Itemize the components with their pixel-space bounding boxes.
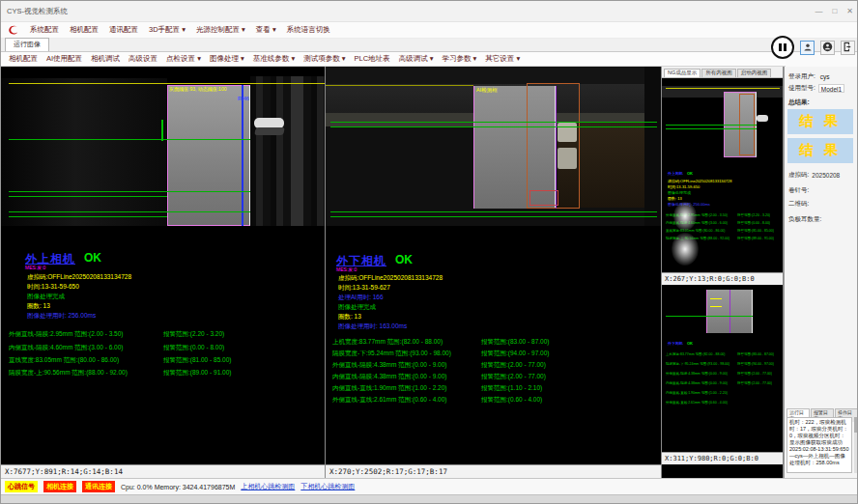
run-control-block xyxy=(771,36,855,59)
purple-edge-line xyxy=(556,86,557,209)
tab-blob-shadow xyxy=(254,127,285,135)
total-result-label: 总结果: xyxy=(788,98,810,107)
menu-view[interactable]: 查看 ▾ xyxy=(256,25,276,35)
tab-run-image[interactable]: 运行图像 xyxy=(5,38,49,51)
tab-start-inner-view[interactable]: 启动内视图 xyxy=(737,69,772,77)
tool-advanced-settings[interactable]: 高级设置 xyxy=(129,54,157,64)
pause-button[interactable] xyxy=(771,36,794,59)
edge-mark-green xyxy=(161,120,163,141)
center-result-text: 外下相机 OK MES:发:0 虚拟码:OFFLine2025020813313… xyxy=(326,226,661,464)
right-column-filler xyxy=(662,464,783,478)
measure-line-3 xyxy=(330,211,657,212)
exit-door-icon xyxy=(843,39,853,56)
mini-meas-5: 内侧直线-直线:1.90mm 范围:(1.00 - 2.20) xyxy=(666,391,728,397)
machine-light-band xyxy=(291,76,303,226)
center-alarm-5: 报警范围:(1.10 - 2.10) xyxy=(481,384,542,393)
mini-yellow-line xyxy=(666,88,780,89)
left-barcode: 虚拟码:OFFLine20250208133134728 xyxy=(27,273,131,282)
glow-highlight-2 xyxy=(672,233,699,266)
mini-tab-blob xyxy=(757,115,768,122)
model-input[interactable]: Model1 xyxy=(818,84,844,93)
left-result-ok: OK xyxy=(84,251,101,265)
center-result-ok: OK xyxy=(395,253,413,266)
center-alarm-3: 报警范围:(2.00 - 77.00) xyxy=(481,361,546,370)
measure-line-1 xyxy=(9,139,250,140)
mini-alarm-4: 报警范围:(89.00 - 91.00) xyxy=(737,237,774,242)
user-icon xyxy=(803,39,813,56)
left-meas-4: 隔膜宽度-上:90.56mm 范围:(88.00 - 92.00) xyxy=(9,369,128,378)
menu-language-switch[interactable]: 系统语言切换 xyxy=(287,25,330,35)
top-camera-heartbeat-link[interactable]: 上相机心跳检测图 xyxy=(241,482,295,491)
user-login-button[interactable] xyxy=(800,41,815,55)
minimize-button[interactable]: — xyxy=(815,7,822,15)
exit-button[interactable] xyxy=(841,41,855,55)
center-mes-note: MES:发:0 xyxy=(336,266,357,272)
center-time: 时间:13-31-59-627 xyxy=(338,284,390,293)
bottom-camera-heartbeat-link[interactable]: 下相机心跳检测图 xyxy=(300,482,355,491)
mini-bottom-camera-view[interactable]: 外下相机 OK 上机宽度:83.77mm 范围:(82.00 - 88.00) … xyxy=(662,285,783,452)
center-meas-6: 外侧直线-直线:2.61mm 范围:(0.60 - 4.00) xyxy=(332,396,446,405)
qr-code-label: 二维码: xyxy=(788,200,809,209)
machine-right-edge xyxy=(644,67,661,226)
menu-bar: 系统配置 相机配置 通讯配置 3D手配置 ▾ 光源控制配置 ▾ 查看 ▾ 系统语… xyxy=(1,22,858,39)
cell-region xyxy=(167,85,250,226)
center-meas-1: 上机宽度:83.77mm 范围:(82.00 - 88.00) xyxy=(332,338,443,347)
tool-advanced-debug[interactable]: 高级调试 ▾ xyxy=(399,54,434,64)
metal-tab-2 xyxy=(558,148,577,169)
log-scrollbar[interactable] xyxy=(854,417,858,473)
barcode-label: 虚拟码: xyxy=(788,171,809,180)
mini-top-pixel-coords: X:267;Y:13;R:0;G:0;B:0 xyxy=(662,272,783,285)
left-alarm-3: 报警范围:(81.00 - 85.00) xyxy=(163,356,231,365)
mini-green-line-1 xyxy=(666,125,757,126)
center-process-time: 图像处理用时: 163.00ms xyxy=(338,322,407,331)
menu-comm-config[interactable]: 通讯配置 xyxy=(109,25,138,35)
mini-bottom-pixel-coords: X:311;Y:980;R:0;G:0;B:0 xyxy=(662,452,783,464)
mini-purple-line xyxy=(729,290,730,333)
main-area: 灰面阈值:93, 动态阈值:100 R:46 外上相机 OK MES:发:0 虚… xyxy=(1,67,858,478)
result-box-top: 结 果 xyxy=(787,109,853,134)
tab-all-inner-view[interactable]: 所有内视图 xyxy=(701,69,736,77)
defect-box xyxy=(529,190,558,206)
maximize-button[interactable]: □ xyxy=(832,7,837,15)
menu-camera-config[interactable]: 相机配置 xyxy=(70,25,99,35)
tool-camera-debug[interactable]: 相机调试 xyxy=(91,54,120,64)
tool-other-settings[interactable]: 其它设置 ▾ xyxy=(485,54,520,64)
overlay-yellow-line xyxy=(9,83,325,84)
tab-ng-display[interactable]: NG成品显示 xyxy=(664,69,701,77)
tool-baseline-params[interactable]: 基准线参数 ▾ xyxy=(253,54,295,64)
left-camera-image[interactable]: 灰面阈值:93, 动态阈值:100 R:46 xyxy=(1,67,325,226)
tool-learning-params[interactable]: 学习参数 ▾ xyxy=(442,54,476,64)
measure-line-4 xyxy=(330,216,657,217)
left-process-time: 图像处理用时: 256.00ms xyxy=(27,312,96,321)
tool-plc-table[interactable]: PLC地址表 xyxy=(355,54,390,64)
mini-camera-name: 外上相机 xyxy=(668,171,683,177)
center-camera-image[interactable]: AI检测框 xyxy=(326,67,661,226)
lock-user-button[interactable] xyxy=(820,41,835,55)
tool-test-params[interactable]: 测试项参数 ▾ xyxy=(303,54,345,64)
mini-top-camera-view[interactable]: 外上相机 OK 虚拟码:OFFLine20250208133134728 时间:… xyxy=(662,78,783,272)
machine-dark-band xyxy=(1,78,167,226)
r-value-overlay-label: R:46 xyxy=(238,96,249,101)
mini-meas-3: 直线宽度:83.05mm 范围:(80.00 - 86.00) xyxy=(666,229,725,235)
center-ai-time: 处理AI用时: 166 xyxy=(338,294,384,302)
mini-meas-3: 外侧直线-隔膜:4.38mm 范围:(0.00 - 9.00) xyxy=(666,372,728,378)
tool-spot-check[interactable]: 点检设置 ▾ xyxy=(166,54,201,64)
tool-camera-config[interactable]: 相机配置 xyxy=(9,54,38,64)
model-label: 使用型号: xyxy=(788,84,815,93)
mini-alarm-1: 报警范围:(2.20 - 3.20) xyxy=(737,213,770,219)
measure-line-5 xyxy=(9,216,167,217)
menu-3d-config[interactable]: 3D手配置 ▾ xyxy=(149,25,186,35)
heartbeat-badge: 心跳信号 xyxy=(5,481,38,492)
mini-yellow-tick-2 xyxy=(710,306,722,307)
menu-light-config[interactable]: 光源控制配置 ▾ xyxy=(196,25,245,35)
mini-view-tabs: NG成品显示 所有内视图 启动内视图 xyxy=(662,67,783,78)
tool-ai-config[interactable]: AI使用配置 xyxy=(46,54,82,64)
mini-alarm-2: 报警范围:(94.00 - 97.00) xyxy=(737,362,774,368)
machine-stripe-block xyxy=(250,76,325,226)
tool-image-process[interactable]: 图像处理 ▾ xyxy=(210,54,244,64)
left-count: 圈数: 13 xyxy=(27,302,50,311)
mini-camera-name: 外下相机 xyxy=(668,341,683,347)
left-time: 时间:13-31-59-650 xyxy=(27,283,79,292)
menu-system-config[interactable]: 系统配置 xyxy=(30,25,59,35)
close-button[interactable]: ✕ xyxy=(846,7,853,15)
